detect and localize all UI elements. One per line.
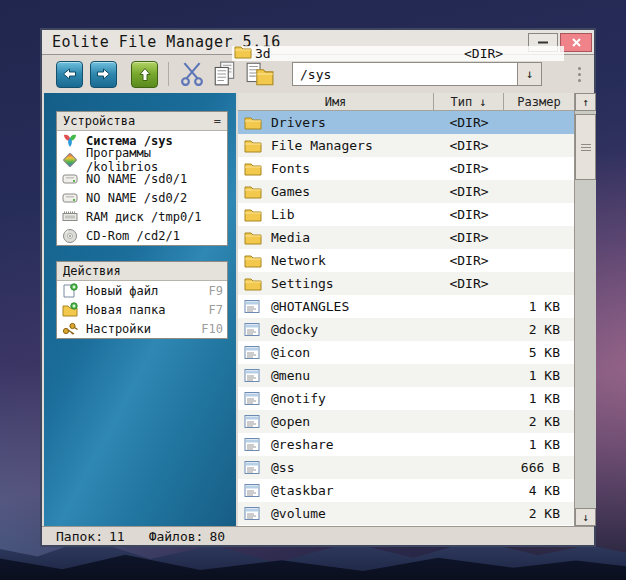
toolbar-separator [168, 62, 169, 86]
paste-document-icon [245, 61, 274, 87]
file-row[interactable]: Media<DIR> [238, 226, 574, 249]
devices-panel-header[interactable]: Устройства = [57, 112, 227, 131]
desktop-background: 3d <DIR> Eolite File Manager 5.16 [0, 0, 626, 580]
device-label: CD-Rom /cd2/1 [86, 229, 180, 243]
file-name: Fonts [271, 161, 310, 176]
status-bar: Папок: 11 Файлов: 80 [42, 526, 594, 545]
file-size [504, 249, 574, 272]
paste-button[interactable] [245, 61, 274, 87]
file-name: @reshare [271, 437, 334, 452]
menu-dot [578, 73, 581, 76]
file-name: File Managers [271, 138, 373, 153]
arrow-down-icon: ↓ [582, 511, 589, 524]
folder-icon [234, 45, 252, 59]
file-row[interactable]: Fonts<DIR> [238, 157, 574, 180]
file-type: <DIR> [434, 249, 504, 272]
devices-title: Устройства [63, 114, 135, 128]
device-item[interactable]: NO NAME /sd0/2 [57, 188, 227, 207]
file-type [434, 387, 504, 410]
file-row[interactable]: @menu1 KB [238, 364, 574, 387]
file-row[interactable]: Games<DIR> [238, 180, 574, 203]
file-size: 2 KB [504, 502, 574, 525]
scroll-up-button[interactable]: ↑ [575, 93, 596, 111]
device-item[interactable]: Программы /kolibrios [57, 150, 227, 169]
close-button[interactable] [560, 33, 592, 52]
files-count: 80 [209, 529, 225, 544]
action-item[interactable]: НастройкиF10 [57, 319, 227, 338]
file-name: @ss [271, 460, 294, 475]
file-size: 5 KB [504, 341, 574, 364]
file-type: <DIR> [434, 272, 504, 295]
menu-dot [578, 79, 581, 82]
drive-icon [62, 170, 80, 187]
file-row[interactable]: @open2 KB [238, 410, 574, 433]
file-icon [244, 437, 262, 452]
path-dropdown-button[interactable]: ↓ [517, 63, 541, 85]
ram-chip-icon [62, 208, 80, 225]
file-row[interactable]: @docky2 KB [238, 318, 574, 341]
arrow-up-icon: ↑ [582, 96, 589, 109]
settings-keys-icon [62, 320, 80, 337]
file-row[interactable]: @ss666 B [238, 456, 574, 479]
cut-button[interactable] [179, 62, 205, 86]
column-header-size[interactable]: Размер [504, 93, 574, 110]
folders-label: Папок: [56, 529, 103, 544]
actions-title: Действия [63, 264, 121, 278]
file-row[interactable]: Settings<DIR> [238, 272, 574, 295]
folder-icon [244, 116, 262, 130]
file-row[interactable]: @taskbar4 KB [238, 479, 574, 502]
file-type [434, 479, 504, 502]
action-hotkey: F10 [201, 322, 223, 336]
file-type [434, 433, 504, 456]
file-row[interactable]: Network<DIR> [238, 249, 574, 272]
file-row[interactable]: @reshare1 KB [238, 433, 574, 456]
folder-icon [244, 208, 262, 222]
file-size [504, 203, 574, 226]
file-name: @menu [271, 368, 310, 383]
file-size: 2 KB [504, 318, 574, 341]
folder-icon [244, 277, 262, 291]
file-list: Имя Тип ↓ Размер Drivers<DIR>File Manage… [238, 93, 574, 526]
file-row[interactable]: File Managers<DIR> [238, 134, 574, 157]
file-row[interactable]: Drivers<DIR> [238, 111, 574, 134]
file-row[interactable]: @notify1 KB [238, 387, 574, 410]
file-name: Games [271, 184, 310, 199]
file-size: 4 KB [504, 479, 574, 502]
file-name: Media [271, 230, 310, 245]
action-label: Новый файл [86, 284, 158, 298]
files-label: Файлов: [149, 529, 204, 544]
file-row[interactable]: @HOTANGLES1 KB [238, 295, 574, 318]
file-name: @HOTANGLES [271, 299, 349, 314]
scroll-down-button[interactable]: ↓ [575, 508, 596, 526]
devices-collapse-icon[interactable]: = [214, 114, 221, 128]
file-size [504, 157, 574, 180]
column-header-name[interactable]: Имя [238, 93, 434, 110]
file-row[interactable]: Lib<DIR> [238, 203, 574, 226]
file-type: <DIR> [434, 111, 504, 134]
device-label: NO NAME /sd0/2 [86, 191, 187, 205]
copy-button[interactable] [212, 61, 238, 87]
folder-icon [244, 139, 262, 153]
scrollbar[interactable]: ↑ ↓ [574, 93, 596, 526]
action-item[interactable]: Новая папкаF7 [57, 300, 227, 319]
scrollbar-thumb[interactable] [575, 114, 596, 180]
back-button[interactable] [56, 61, 83, 88]
action-label: Настройки [86, 322, 151, 336]
file-type [434, 318, 504, 341]
drag-ghost-type: <DIR> [464, 46, 503, 61]
file-icon [244, 299, 262, 314]
action-item[interactable]: Новый файлF9 [57, 281, 227, 300]
file-row[interactable]: @icon5 KB [238, 341, 574, 364]
forward-button[interactable] [90, 61, 117, 88]
device-item[interactable]: RAM диск /tmp0/1 [57, 207, 227, 226]
path-input[interactable] [293, 63, 517, 85]
minimize-dash-icon [538, 41, 548, 44]
file-type [434, 410, 504, 433]
actions-panel: Действия Новый файлF9Новая папкаF7Настро… [56, 261, 228, 339]
column-header-type[interactable]: Тип ↓ [434, 93, 504, 110]
menu-dots-button[interactable] [573, 63, 585, 85]
device-item[interactable]: CD-Rom /cd2/1 [57, 226, 227, 245]
file-size [504, 180, 574, 203]
up-button[interactable] [131, 61, 158, 88]
file-row[interactable]: @volume2 KB [238, 502, 574, 525]
